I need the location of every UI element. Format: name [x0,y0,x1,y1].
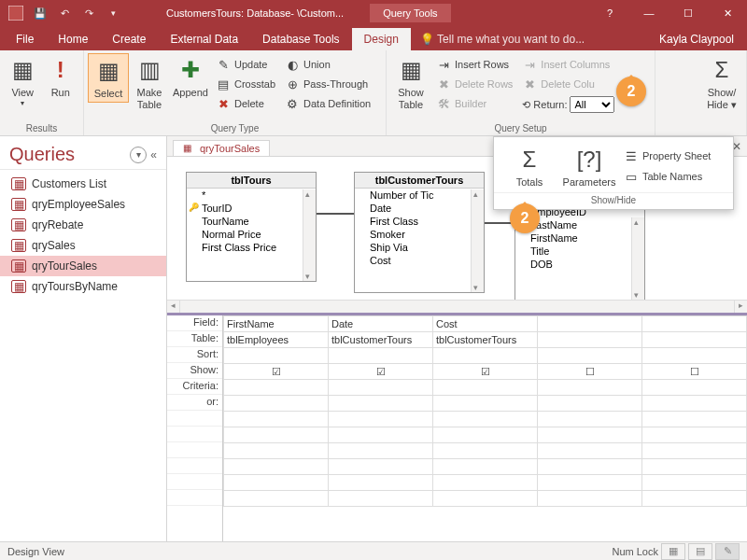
access-app-icon[interactable] [6,3,26,23]
field[interactable]: Date [355,202,484,215]
qbe-cell[interactable] [224,380,329,396]
qat-customize-icon[interactable]: ▾ [103,3,123,23]
save-icon[interactable]: 💾 [30,3,50,23]
help-icon[interactable]: ? [590,0,629,26]
tab-file[interactable]: File [4,28,46,50]
qbe-cell[interactable] [329,380,433,396]
table-tblcustomertours[interactable]: tblCustomerToursNumber of TicDateFirst C… [354,172,485,293]
qbe-cell[interactable]: ☑ [329,364,433,380]
undo-icon[interactable]: ↶ [54,3,75,23]
nav-collapse-button[interactable]: « [150,148,157,161]
qbe-cell[interactable]: Date [329,316,433,332]
qbe-cell[interactable] [538,348,642,364]
nav-item-qrytoursales[interactable]: ▦qryTourSales [0,256,166,276]
delete-columns-button[interactable]: ✖Delete Colu [519,75,617,93]
qbe-cell[interactable]: ☐ [642,364,747,380]
qbe-cell[interactable]: ☐ [538,364,642,380]
property-sheet-button[interactable]: ☰Property Sheet [621,147,713,165]
run-button[interactable]: !Run [42,53,80,101]
field[interactable]: Ship Via [355,241,484,254]
nav-item-qrysales[interactable]: ▦qrySales [0,235,166,256]
field[interactable]: TourID [187,202,316,215]
view-design-button[interactable]: ✎ [715,543,740,560]
view-datasheet-button[interactable]: ▦ [661,543,685,560]
show-table-button[interactable]: ▦Show Table [390,53,431,112]
builder-button[interactable]: 🛠Builder [433,94,515,113]
nav-item-qryemployeesales[interactable]: ▦qryEmployeeSales [0,194,166,215]
qbe-cell[interactable] [433,380,538,396]
table-names-button[interactable]: ▭Table Names [621,167,713,186]
qbe-cell[interactable]: tblEmployees [224,332,329,348]
view-sql-button[interactable]: ▤ [688,543,712,560]
insert-rows-button[interactable]: ⇥Insert Rows [433,55,515,74]
select-query-button[interactable]: ▦Select [88,53,129,103]
field[interactable]: FirstName [515,231,644,245]
field[interactable]: Cost [355,254,484,267]
field[interactable]: Title [515,245,644,258]
crosstab-button[interactable]: ▤Crosstab [213,75,278,93]
nav-item-qrytoursbyname[interactable]: ▦qryToursByName [0,276,166,297]
return-select[interactable]: All [570,96,614,113]
scrollbar[interactable] [303,189,316,281]
field[interactable]: First Class [355,215,484,228]
field[interactable]: * [187,189,316,202]
field[interactable]: First Class Price [187,241,316,254]
qbe-cell[interactable] [433,396,538,412]
view-button[interactable]: ▦View▾ [4,53,42,109]
tab-home[interactable]: Home [46,28,100,50]
showhide-button[interactable]: ΣShow/ Hide ▾ [701,53,742,112]
qbe-cell[interactable]: tblCustomerTours [329,332,433,348]
scrollbar[interactable] [631,217,644,300]
qbe-cell[interactable]: ☑ [224,364,329,380]
tab-create[interactable]: Create [100,28,158,50]
qbe-cell[interactable] [224,396,329,412]
qbe-cell[interactable] [642,332,747,348]
tab-design[interactable]: Design [352,28,411,50]
delete-button[interactable]: ✖Delete [213,94,278,113]
qbe-cell[interactable] [538,380,642,396]
qbe-cell[interactable] [329,348,433,364]
qbe-cell[interactable] [433,348,538,364]
make-table-button[interactable]: ▥Make Table [129,53,170,112]
parameters-button[interactable]: [?]Parameters [559,143,619,190]
delete-rows-button[interactable]: ✖Delete Rows [433,75,515,93]
field[interactable]: Smoker [355,228,484,241]
nav-title[interactable]: Queries [9,144,130,165]
qbe-cell[interactable] [642,348,747,364]
qbe-cell[interactable] [538,332,642,348]
union-button[interactable]: ◐Union [282,55,374,74]
field[interactable]: TourName [187,215,316,228]
nav-item-customers-list[interactable]: ▦Customers List [0,174,166,194]
tab-external-data[interactable]: External Data [158,28,250,50]
close-button[interactable]: ✕ [708,0,747,26]
qbe-cell[interactable]: Cost [433,316,538,332]
qbe-cell[interactable]: ☑ [433,364,538,380]
append-button[interactable]: ✚Append [170,53,211,101]
qbe-cell[interactable] [642,396,747,412]
qbe-cell[interactable] [538,316,642,332]
nav-filter-icon[interactable]: ▾ [130,147,147,163]
qbe-cell[interactable] [224,348,329,364]
insert-columns-button[interactable]: ⇥Insert Columns [519,55,617,74]
table-tbltours[interactable]: tblTours*TourIDTourNameNormal PriceFirst… [186,172,317,282]
qbe-cell[interactable] [329,396,433,412]
field[interactable]: Number of Tic [355,189,484,202]
qbe-cell[interactable] [642,380,747,396]
tab-database-tools[interactable]: Database Tools [250,28,352,50]
join-line[interactable] [317,213,354,215]
account-name[interactable]: Kayla Claypool [646,28,747,50]
qbe-cell[interactable]: FirstName [224,316,329,332]
qbe-columns[interactable]: FirstNameDateCosttblEmployeestblCustomer… [223,315,747,541]
update-button[interactable]: ✎Update [213,55,278,74]
field[interactable]: DOB [515,258,644,271]
maximize-button[interactable]: ☐ [669,0,708,26]
qbe-cell[interactable] [642,316,747,332]
qbe-cell[interactable] [538,396,642,412]
datadef-button[interactable]: ⚙Data Definition [282,94,374,113]
scrollbar[interactable] [471,189,484,292]
qbe-cell[interactable]: tblCustomerTours [433,332,538,348]
field[interactable]: Normal Price [187,228,316,241]
minimize-button[interactable]: — [629,0,669,26]
tell-me-search[interactable]: 💡 Tell me what you want to do... [411,28,646,50]
passthrough-button[interactable]: ⊕Pass-Through [282,75,374,93]
